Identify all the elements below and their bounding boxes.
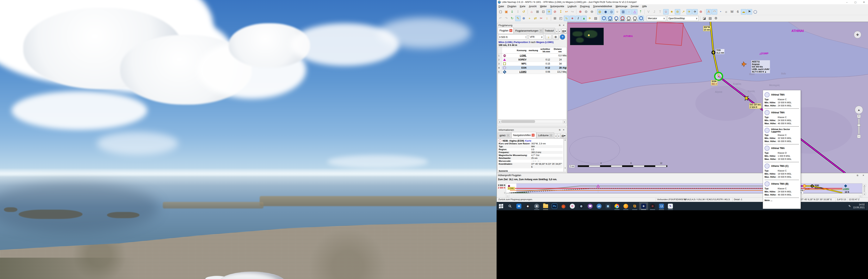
airspace-fir-icon[interactable]: FIR▾ <box>613 16 619 21</box>
new-flightplan-icon[interactable]: ▢ <box>498 9 503 14</box>
show-highlights-icon[interactable]: ☆ <box>663 9 669 14</box>
options-gear-icon[interactable]: ⚙ <box>713 16 719 21</box>
menu-werkzeuge[interactable]: Werkzeuge <box>614 5 629 8</box>
scroll-right-icon[interactable]: ▸ <box>563 120 566 123</box>
flight-rule-combobox[interactable]: VFR∨ <box>529 35 544 39</box>
show-msa-grid-icon[interactable]: 6 <box>735 9 741 14</box>
show-sun-shading-icon[interactable]: ☼ <box>723 9 729 14</box>
tab-navigationshilfen[interactable]: Navigationshilfen✕ <box>511 132 536 138</box>
remote-display[interactable]: ❏ <box>657 202 666 210</box>
map-home-icon[interactable]: ⌂ <box>529 9 534 14</box>
tab-list-button[interactable]: ▤▾ <box>561 29 567 33</box>
calculate-flightplan-button[interactable]: ⚙ <box>553 34 559 40</box>
show-profile-dock-icon[interactable]: ▲ <box>581 16 587 21</box>
show-aircraft-labels-icon[interactable]: A <box>706 9 711 14</box>
reset-flightplan-icon[interactable]: ↺ <box>521 9 526 14</box>
show-aircraft-dock-icon[interactable]: ✈ <box>587 16 592 21</box>
flight-sim-viewport[interactable] <box>0 0 497 279</box>
center-aircraft-icon[interactable]: ✈ <box>546 9 552 14</box>
profile-zoom-ruler[interactable] <box>864 187 865 192</box>
move-route-point-icon[interactable]: ⇄ <box>533 16 538 21</box>
tab-flugplatz[interactable]: gplatz✕ <box>498 132 511 138</box>
menu-wetter[interactable]: Wetter <box>538 5 549 8</box>
menu-flugzeug[interactable]: Flugzeug <box>578 5 591 8</box>
show-jet-airways-icon[interactable]: J <box>652 9 657 14</box>
snap-altitude-icon[interactable]: ↕ <box>544 16 550 21</box>
windows-ink-button[interactable]: ✎ <box>846 202 853 210</box>
flightplan-hscrollbar[interactable]: ◂ ▸ <box>498 120 566 123</box>
show-compass-rose-icon[interactable]: ⊛ <box>698 9 704 14</box>
airspace-all-icon[interactable]: ▾ <box>601 16 607 21</box>
flightplan-row-lgmg[interactable]: 5 LGMG 0:06 13,2 Meg <box>498 70 566 74</box>
show-measurement-icon[interactable]: ↗ <box>681 9 686 14</box>
close-tab-icon[interactable]: ✕ <box>507 134 509 137</box>
browser-app[interactable]: ⊛ <box>532 202 541 210</box>
tab-flugplan[interactable]: Flugplan✕ <box>498 27 514 33</box>
menu-ansicht[interactable]: Ansicht <box>527 5 538 8</box>
information-vscrollbar[interactable]: ∧ ∨ <box>564 138 566 172</box>
close-panel-icon[interactable]: ✕ <box>562 128 565 131</box>
show-msa-icon[interactable]: M <box>729 9 735 14</box>
taskbar-clock[interactable]: 14:02 13.09.2021 <box>853 203 867 209</box>
redo-icon[interactable]: ↷ <box>503 16 509 21</box>
edit-userpoint-icon[interactable]: + <box>527 16 532 21</box>
flightplan-row-wp1[interactable]: 3 WP1 0:15 34 <box>498 62 566 66</box>
profile-scroll-left-icon[interactable]: ‹ <box>506 194 509 197</box>
show-range-rings-icon[interactable]: ⊚ <box>675 9 680 14</box>
center-flightplan-icon[interactable]: ⊞ <box>535 9 540 14</box>
airspace-altitude-icon[interactable]: ▾ <box>638 16 644 21</box>
tab-scroll-left-icon[interactable]: ◂ <box>555 29 558 33</box>
float-panel-icon[interactable]: ⧉ <box>856 174 860 177</box>
map-forward-icon[interactable]: ↪ <box>569 9 575 14</box>
no-center-ai-icon[interactable]: ⊘ <box>552 9 558 14</box>
show-ndb-icon[interactable]: ◌ <box>626 9 631 14</box>
scenery-database-icon[interactable]: ▤ <box>707 16 713 21</box>
chrome[interactable] <box>613 202 621 210</box>
close-panel-icon[interactable]: ✕ <box>562 24 565 27</box>
column-header-distanz[interactable]: Distanznm <box>551 48 562 53</box>
airspace-icao-icon[interactable]: ICAO▾ <box>607 16 613 21</box>
show-tacan-icon[interactable]: ○ <box>615 9 620 14</box>
origin[interactable]: ◉ <box>559 202 568 210</box>
paint-palette[interactable]: ✎ <box>666 202 675 210</box>
column-header-kennung[interactable]: Kennung <box>507 49 527 52</box>
map-style-combobox[interactable]: OpenStreetMap∨ <box>667 16 699 21</box>
show-online-network-icon[interactable]: ◔ <box>718 9 723 14</box>
show-waypoints-icon[interactable]: △ <box>632 9 638 14</box>
paint-app[interactable]: ✿ <box>568 202 577 210</box>
float-panel-icon[interactable]: ⧉ <box>558 24 562 27</box>
zoom-in-button[interactable]: + <box>857 115 861 118</box>
tab-scroll-left-icon[interactable]: ◂ <box>554 133 557 138</box>
firefox[interactable] <box>621 202 630 210</box>
show-vortac-icon[interactable]: ◎ <box>609 9 614 14</box>
show-aircraft-icon[interactable]: ✈ <box>686 9 692 14</box>
show-gliders-icon[interactable]: ◠ <box>712 9 717 14</box>
flightplan-row-lgml[interactable]: 1 LGML 0,0 Milo <box>498 54 566 58</box>
zoom-default-icon[interactable]: ⊙ <box>583 9 589 14</box>
close-tab-icon[interactable]: ✕ <box>532 134 534 136</box>
compass-pan-pad[interactable]: ▲ <box>855 106 863 114</box>
menu-nutzerpunkte[interactable]: Nutzerpunkte <box>549 5 566 8</box>
flightplan-row-egn[interactable]: 4 EGN 0:12 28 Aigi <box>498 66 566 70</box>
float-panel-icon[interactable]: ⧉ <box>558 128 562 131</box>
zoom-in-icon[interactable]: ⊕ <box>578 9 583 14</box>
addon-linker[interactable]: ⧉ <box>630 202 639 210</box>
scroll-up-icon[interactable]: ∧ <box>564 139 566 141</box>
zoom-slider-track[interactable] <box>858 118 860 134</box>
scroll-down-icon[interactable]: ∨ <box>564 166 566 169</box>
close-button[interactable]: ✕ <box>860 0 868 4</box>
zoom-out-icon[interactable]: ⊖ <box>589 9 595 14</box>
show-windsock-icon[interactable]: ⚑ <box>747 9 752 14</box>
show-legend-icon[interactable]: ▤ <box>593 16 598 21</box>
start-button[interactable] <box>497 202 505 210</box>
profile-scroll-right-icon[interactable]: › <box>859 194 862 197</box>
close-tab-icon[interactable]: ✕ <box>539 29 542 32</box>
save-flightplan-icon[interactable]: ⇓ <box>509 9 515 14</box>
show-desktop-button[interactable] <box>867 202 868 210</box>
adjust-altitude-button[interactable]: ⤓ <box>546 34 552 40</box>
column-header-zeit[interactable]: schnittszhh:mm <box>538 48 551 53</box>
steam[interactable]: ◍ <box>577 202 586 210</box>
airspace-otr-icon[interactable]: OTR▾ <box>632 16 638 21</box>
close-tab-icon[interactable]: ✕ <box>550 134 552 137</box>
center-route-icon[interactable]: ⊡ <box>540 9 546 14</box>
